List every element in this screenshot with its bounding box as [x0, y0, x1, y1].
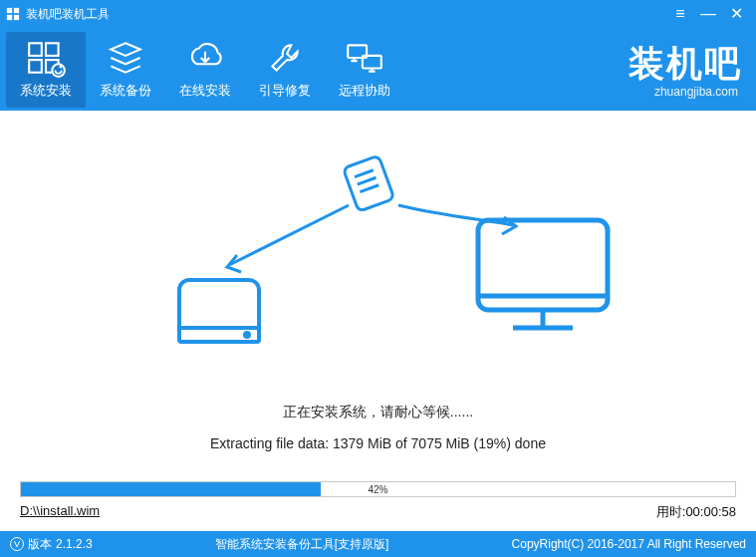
svg-point-8 — [52, 64, 65, 77]
windows-install-icon — [25, 38, 67, 78]
version-label: 版本 — [28, 536, 52, 553]
svg-rect-4 — [29, 43, 42, 56]
status-text: 正在安装系统，请耐心等候...... — [283, 404, 473, 421]
minimize-button[interactable]: ― — [694, 0, 722, 28]
version-value: 2.1.2.3 — [56, 537, 93, 551]
svg-line-14 — [360, 185, 378, 192]
install-graphic — [20, 150, 736, 360]
tab-system-backup[interactable]: 系统备份 — [86, 32, 165, 108]
footer-description: 智能系统安装备份工具[支持原版] — [93, 536, 512, 553]
svg-rect-11 — [343, 155, 393, 211]
svg-line-13 — [357, 177, 376, 184]
cloud-download-icon — [184, 38, 226, 78]
close-button[interactable]: ✕ — [722, 0, 750, 28]
version-area: V 版本 2.1.2.3 — [10, 536, 93, 553]
tab-label: 系统备份 — [100, 82, 151, 100]
screens-icon — [344, 38, 385, 78]
tab-label: 在线安装 — [179, 82, 231, 100]
tab-online-install[interactable]: 在线安装 — [165, 32, 245, 108]
svg-rect-3 — [14, 15, 19, 20]
elapsed-value: 00:00:58 — [685, 504, 736, 519]
tab-label: 引导修复 — [259, 82, 311, 100]
brand-name: 装机吧 — [629, 40, 742, 89]
brand-url: zhuangjiba.com — [654, 85, 738, 99]
titlebar: 装机吧装机工具 ≡ ― ✕ — [0, 0, 756, 28]
svg-rect-0 — [7, 8, 12, 13]
svg-rect-2 — [7, 15, 12, 20]
progress-info-row: D:\\install.wim 用时:00:00:58 — [20, 503, 736, 521]
footer-copyright: CopyRight(C) 2016-2017 All Right Reserve… — [512, 537, 746, 551]
tab-system-install[interactable]: 系统安装 — [6, 32, 86, 108]
svg-rect-6 — [29, 60, 42, 73]
progress-label: 42% — [368, 484, 387, 495]
extract-text: Extracting file data: 1379 MiB of 7075 M… — [210, 435, 546, 451]
main-content: 正在安装系统，请耐心等候...... Extracting file data:… — [0, 111, 756, 531]
tab-boot-repair[interactable]: 引导修复 — [245, 32, 325, 108]
tab-label: 系统安装 — [20, 82, 72, 100]
svg-rect-5 — [46, 43, 59, 56]
version-icon: V — [10, 537, 24, 551]
header: 系统安装 系统备份 在 — [0, 28, 756, 111]
svg-point-16 — [245, 333, 249, 337]
app-icon — [6, 7, 20, 21]
layers-icon — [105, 38, 146, 78]
tab-remote-assist[interactable]: 远程协助 — [325, 32, 404, 108]
source-file-path[interactable]: D:\\install.wim — [20, 503, 100, 521]
tab-label: 远程协助 — [339, 82, 390, 100]
elapsed-label: 用时: — [656, 504, 686, 519]
wrench-icon — [264, 38, 306, 78]
brand: 装机吧 zhuangjiba.com — [629, 32, 742, 99]
tab-bar: 系统安装 系统备份 在 — [6, 32, 404, 108]
window-title: 装机吧装机工具 — [26, 6, 110, 23]
footer: V 版本 2.1.2.3 智能系统安装备份工具[支持原版] CopyRight(… — [0, 531, 756, 557]
elapsed-time: 用时:00:00:58 — [656, 503, 736, 521]
app-window: 装机吧装机工具 ≡ ― ✕ 系统安装 — [0, 0, 756, 557]
progress-bar: 42% — [20, 481, 736, 497]
progress-fill — [21, 482, 321, 496]
menu-button[interactable]: ≡ — [666, 0, 694, 28]
svg-rect-1 — [14, 8, 19, 13]
svg-line-12 — [354, 170, 373, 177]
progress-area: 42% D:\\install.wim 用时:00:00:58 — [20, 481, 736, 521]
titlebar-title: 装机吧装机工具 — [6, 6, 666, 23]
